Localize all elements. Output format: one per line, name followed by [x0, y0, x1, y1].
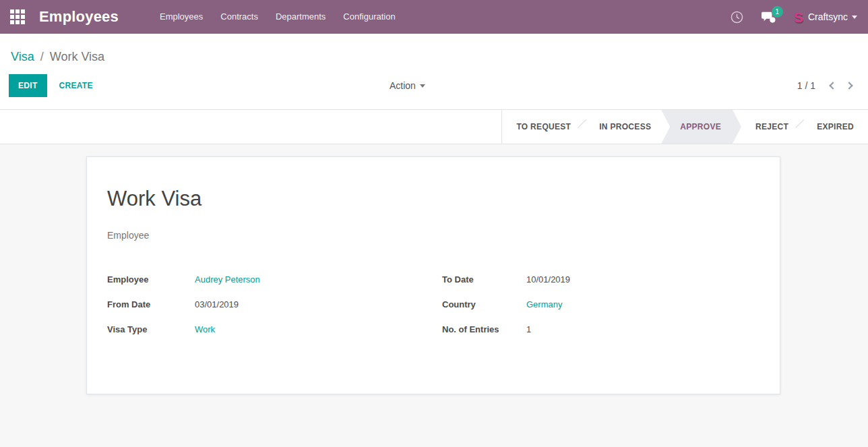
control-panel-buttons-row: EDIT CREATE Action 1 / 1 — [0, 64, 868, 109]
visa-type-link[interactable]: Work — [195, 323, 215, 334]
pager: 1 / 1 — [797, 80, 857, 91]
systray: 1 S Craftsync — [722, 0, 868, 34]
messages-count-badge: 1 — [772, 6, 783, 18]
avatar: S — [794, 10, 803, 24]
pager-next-button[interactable] — [841, 80, 857, 91]
clock-icon — [731, 11, 743, 24]
field-label: To Date — [442, 273, 526, 285]
field-no-of-entries: No. of Entries 1 — [442, 323, 760, 348]
field-from-date: From Date 03/01/2019 — [107, 298, 442, 323]
pager-previous-button[interactable] — [825, 80, 841, 91]
field-grid: Employee Audrey Peterson From Date 03/01… — [107, 273, 760, 348]
record-subtitle: Employee — [107, 230, 760, 241]
edit-button[interactable]: EDIT — [9, 74, 47, 97]
chevron-down-icon — [420, 84, 425, 88]
stage-in-process[interactable]: IN PROCESS — [585, 110, 665, 144]
user-menu[interactable]: S Craftsync — [794, 10, 857, 24]
statusbar: TO REQUEST IN PROCESS APPROVE REJECT EXP… — [0, 109, 868, 144]
app-title[interactable]: Employees — [39, 8, 119, 26]
menu-contracts[interactable]: Contracts — [212, 0, 267, 34]
to-date-value: 10/01/2019 — [526, 273, 570, 285]
action-dropdown[interactable]: Action — [390, 80, 425, 91]
action-dropdown-label: Action — [390, 80, 416, 91]
stage-approve[interactable]: APPROVE — [661, 110, 741, 144]
activities-button[interactable] — [722, 0, 752, 34]
statusbar-stages: TO REQUEST IN PROCESS APPROVE REJECT EXP… — [501, 110, 868, 144]
chevron-down-icon — [852, 16, 857, 19]
record-title: Work Visa — [107, 187, 760, 211]
field-label: From Date — [107, 298, 195, 309]
pager-value: 1 / 1 — [797, 80, 815, 91]
field-label: No. of Entries — [442, 323, 526, 334]
main-menu: Employees Contracts Departments Configur… — [151, 0, 404, 34]
chevron-right-icon — [845, 82, 852, 89]
field-column-right: To Date 10/01/2019 Country Germany No. o… — [442, 273, 760, 348]
entries-value: 1 — [526, 323, 531, 334]
field-visa-type: Visa Type Work — [107, 323, 442, 348]
country-link[interactable]: Germany — [526, 298, 562, 309]
messages-button[interactable]: 1 — [752, 0, 784, 34]
menu-departments[interactable]: Departments — [267, 0, 334, 34]
stage-expired[interactable]: EXPIRED — [803, 110, 868, 144]
stage-reject[interactable]: REJECT — [741, 110, 803, 144]
field-country: Country Germany — [442, 298, 760, 323]
form-view: Work Visa Employee Employee Audrey Peter… — [0, 144, 868, 447]
field-to-date: To Date 10/01/2019 — [442, 273, 760, 298]
breadcrumb-parent-link[interactable]: Visa — [11, 50, 34, 63]
apps-menu-button[interactable] — [0, 0, 35, 34]
field-label: Employee — [107, 273, 195, 285]
form-sheet: Work Visa Employee Employee Audrey Peter… — [86, 156, 780, 394]
menu-employees[interactable]: Employees — [151, 0, 212, 34]
field-column-left: Employee Audrey Peterson From Date 03/01… — [107, 273, 442, 348]
top-navbar: Employees Employees Contracts Department… — [0, 0, 868, 34]
apps-grid-icon — [10, 9, 25, 24]
breadcrumb-current: Work Visa — [50, 50, 104, 63]
user-name: Craftsync — [808, 11, 848, 22]
breadcrumb-separator: / — [40, 50, 44, 63]
chevron-left-icon — [829, 82, 836, 89]
field-label: Country — [442, 298, 526, 309]
breadcrumb: Visa / Work Visa — [0, 34, 868, 64]
employee-link[interactable]: Audrey Peterson — [195, 273, 260, 285]
stage-to-request[interactable]: TO REQUEST — [502, 110, 585, 144]
menu-configuration[interactable]: Configuration — [334, 0, 404, 34]
control-panel: Visa / Work Visa EDIT CREATE Action 1 / … — [0, 34, 868, 109]
create-button[interactable]: CREATE — [50, 75, 102, 96]
from-date-value: 03/01/2019 — [195, 298, 239, 309]
field-label: Visa Type — [107, 323, 195, 334]
field-employee: Employee Audrey Peterson — [107, 273, 442, 298]
